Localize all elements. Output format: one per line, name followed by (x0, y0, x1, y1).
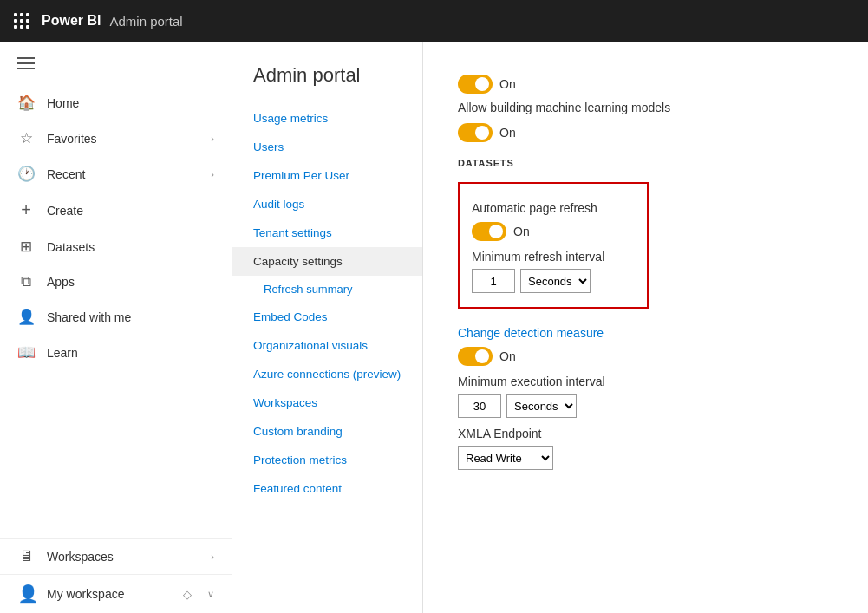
toggle2[interactable] (458, 123, 493, 142)
nav-refresh-summary[interactable]: Refresh summary (232, 276, 422, 303)
nav-tenant-settings[interactable]: Tenant settings (232, 218, 422, 247)
nav-embed-codes[interactable]: Embed Codes (232, 303, 422, 331)
shared-icon: 👤 (17, 308, 35, 326)
toggle3[interactable] (472, 222, 506, 241)
sidebar-item-create[interactable]: + Create (0, 192, 232, 229)
chevron-down-icon: ∨ (207, 589, 214, 600)
sidebar-label-apps: Apps (47, 275, 214, 289)
auto-page-refresh-title: Automatic page refresh (472, 201, 635, 215)
sidebar-label-home: Home (47, 96, 214, 110)
min-exec-label: Minimum execution interval (458, 375, 833, 388)
nav-capacity-settings[interactable]: Capacity settings (232, 247, 422, 276)
my-workspace-icon: 👤 (17, 584, 35, 604)
favorites-icon: ☆ (17, 129, 35, 147)
sidebar-item-my-workspace[interactable]: 👤 My workspace ◇ ∨ (0, 574, 232, 613)
hamburger-menu[interactable] (0, 42, 232, 85)
sidebar: 🏠 Home ☆ Favorites › 🕐 Recent › + Create… (0, 42, 232, 613)
chevron-right-icon: › (211, 551, 214, 562)
datasets-section-title: DATASETS (458, 158, 833, 168)
sidebar-label-create: Create (47, 204, 214, 218)
sidebar-label-my-workspace: My workspace (47, 587, 171, 601)
min-exec-unit-select[interactable]: Seconds Minutes Hours (506, 394, 577, 418)
toggle1-label: On (499, 77, 516, 91)
toggle3-wrap: On (472, 222, 635, 241)
nav-users[interactable]: Users (232, 133, 422, 161)
nav-featured-content[interactable]: Featured content (232, 474, 422, 503)
nav-protection-metrics[interactable]: Protection metrics (232, 446, 422, 474)
topbar: Power BI Admin portal (0, 0, 868, 42)
min-exec-input[interactable] (458, 394, 501, 418)
sidebar-label-datasets: Datasets (47, 240, 214, 254)
xmla-select[interactable]: Read Write Read Only Off (458, 446, 553, 470)
sidebar-item-apps[interactable]: ⧉ Apps (0, 264, 232, 299)
sidebar-item-home[interactable]: 🏠 Home (0, 85, 232, 121)
sidebar-label-shared: Shared with me (47, 310, 214, 324)
recent-icon: 🕐 (17, 165, 35, 183)
workspaces-icon: 🖥 (17, 548, 35, 565)
sidebar-label-workspaces: Workspaces (47, 550, 199, 564)
toggle2-label: On (499, 126, 516, 140)
create-icon: + (17, 200, 35, 220)
xmla-row: Read Write Read Only Off (458, 446, 833, 470)
toggle2-wrap: On (458, 123, 833, 142)
admin-nav: Admin portal Usage metrics Users Premium… (232, 42, 423, 613)
sidebar-label-recent: Recent (47, 167, 199, 181)
nav-usage-metrics[interactable]: Usage metrics (232, 104, 422, 133)
sidebar-label-learn: Learn (47, 346, 214, 360)
home-icon: 🏠 (17, 94, 35, 112)
main-area: 🏠 Home ☆ Favorites › 🕐 Recent › + Create… (0, 42, 868, 613)
grid-icon[interactable] (14, 13, 29, 29)
sidebar-label-favorites: Favorites (47, 132, 199, 146)
nav-workspaces[interactable]: Workspaces (232, 388, 422, 417)
admin-portal-title: Admin portal (232, 50, 422, 104)
nav-custom-branding[interactable]: Custom branding (232, 417, 422, 446)
toggle4-label: On (499, 349, 516, 363)
chevron-right-icon: › (211, 134, 214, 144)
sidebar-item-recent[interactable]: 🕐 Recent › (0, 156, 232, 192)
diamond-icon: ◇ (183, 588, 192, 601)
app-name: Admin portal (109, 14, 182, 29)
toggle1[interactable] (458, 75, 493, 94)
sidebar-item-learn[interactable]: 📖 Learn (0, 335, 232, 370)
content-area: On Allow building machine learning model… (423, 42, 868, 613)
brand-name: Power BI (42, 13, 101, 29)
min-exec-row: Seconds Minutes Hours (458, 394, 833, 418)
sidebar-bottom: 🖥 Workspaces › 👤 My workspace ◇ ∨ (0, 538, 232, 613)
min-refresh-label: Minimum refresh interval (472, 250, 635, 264)
sidebar-item-workspaces[interactable]: 🖥 Workspaces › (0, 538, 232, 574)
toggle3-label: On (513, 225, 530, 238)
change-detection-label[interactable]: Change detection measure (458, 326, 833, 340)
xmla-label: XMLA Endpoint (458, 427, 833, 440)
sidebar-item-shared[interactable]: 👤 Shared with me (0, 299, 232, 335)
apps-icon: ⧉ (17, 273, 35, 290)
nav-azure-connections[interactable]: Azure connections (preview) (232, 360, 422, 388)
min-refresh-input[interactable] (472, 269, 515, 293)
toggle4[interactable] (458, 347, 493, 366)
sidebar-item-favorites[interactable]: ☆ Favorites › (0, 121, 232, 156)
toggle1-wrap: On (458, 75, 833, 94)
sidebar-item-datasets[interactable]: ⊞ Datasets (0, 229, 232, 264)
allow-ml-text: Allow building machine learning models (458, 101, 833, 114)
toggle4-wrap: On (458, 347, 833, 366)
chevron-right-icon: › (211, 169, 214, 179)
learn-icon: 📖 (17, 343, 35, 362)
nav-premium-per-user[interactable]: Premium Per User (232, 161, 422, 190)
nav-org-visuals[interactable]: Organizational visuals (232, 331, 422, 360)
datasets-icon: ⊞ (17, 238, 35, 256)
min-refresh-unit-select[interactable]: Seconds Minutes Hours (520, 269, 591, 293)
nav-audit-logs[interactable]: Audit logs (232, 190, 422, 218)
min-refresh-row: Seconds Minutes Hours (472, 269, 635, 293)
auto-page-refresh-box: Automatic page refresh On Minimum refres… (458, 182, 649, 309)
